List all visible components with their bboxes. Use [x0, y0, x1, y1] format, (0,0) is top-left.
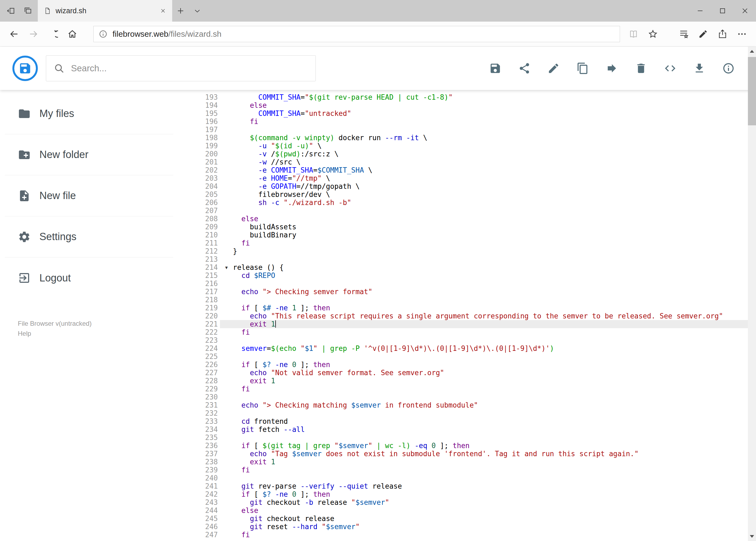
code-line[interactable]: 242 if [ $? -ne 0 ]; then: [178, 490, 756, 498]
search-input[interactable]: [71, 63, 308, 74]
code-line[interactable]: 235: [178, 433, 756, 442]
code-line[interactable]: 212}: [178, 247, 756, 255]
tab-close-icon[interactable]: [160, 8, 166, 14]
code-line[interactable]: 198 $(command -v winpty) docker run --rm…: [178, 134, 756, 142]
code-line[interactable]: 200 -v /$(pwd):/src:z \: [178, 150, 756, 158]
code-line[interactable]: 208 else: [178, 215, 756, 223]
forward-button[interactable]: [24, 22, 43, 46]
code-line[interactable]: 210 buildBinary: [178, 231, 756, 239]
raw-view-button[interactable]: [659, 55, 681, 81]
code-line[interactable]: 224 semver=$(echo "$1" | grep -P '^v(0|[…: [178, 344, 756, 352]
sidebar-item-my-files[interactable]: My files: [5, 93, 173, 134]
search-box[interactable]: [46, 55, 316, 81]
code-line[interactable]: 230: [178, 393, 756, 401]
code-line[interactable]: 219 if [ $# -ne 1 ]; then: [178, 304, 756, 312]
address-bar[interactable]: filebrowser.web/files/wizard.sh: [94, 26, 620, 42]
page-scrollbar[interactable]: [748, 47, 756, 541]
code-line[interactable]: 217 echo "> Checking semver format": [178, 287, 756, 296]
code-line[interactable]: 195 COMMIT_SHA="untracked": [178, 109, 756, 118]
code-line[interactable]: 218: [178, 296, 756, 304]
code-line[interactable]: 196 fi: [178, 118, 756, 126]
browser-tab[interactable]: wizard.sh: [38, 0, 172, 22]
code-line[interactable]: 228 exit 1: [178, 377, 756, 385]
scroll-up-arrow[interactable]: [748, 47, 756, 56]
code-line[interactable]: 206 sh -c "./wizard.sh -b": [178, 199, 756, 207]
minimize-button[interactable]: [689, 0, 711, 22]
filebrowser-logo[interactable]: [12, 56, 38, 81]
close-button[interactable]: [734, 0, 756, 22]
code-line[interactable]: 238 exit 1: [178, 458, 756, 466]
favorite-button[interactable]: [643, 22, 662, 46]
sidebar-item-settings[interactable]: Settings: [5, 216, 173, 258]
code-line[interactable]: 204 -e GOPATH=//tmp/gopath \: [178, 182, 756, 191]
code-line[interactable]: 226 if [ $? -ne 0 ]; then: [178, 360, 756, 369]
more-options-button[interactable]: [732, 22, 752, 46]
code-line[interactable]: 194 else: [178, 101, 756, 109]
code-line[interactable]: 241 git rev-parse --verify --quiet relea…: [178, 482, 756, 490]
tabs-set-aside-button[interactable]: [19, 0, 36, 22]
code-line[interactable]: 233 cd frontend: [178, 417, 756, 425]
back-button[interactable]: [4, 22, 24, 46]
home-button[interactable]: [63, 22, 82, 46]
code-line[interactable]: 222 fi: [178, 328, 756, 336]
help-link[interactable]: Help: [18, 328, 92, 338]
move-button[interactable]: [601, 55, 623, 81]
refresh-button[interactable]: [43, 22, 63, 46]
code-line[interactable]: 232: [178, 409, 756, 417]
code-line[interactable]: 231 echo "> Checking matching $semver in…: [178, 401, 756, 409]
download-button[interactable]: [688, 55, 711, 81]
code-line[interactable]: 229 fi: [178, 385, 756, 393]
code-line[interactable]: 225: [178, 352, 756, 360]
code-line[interactable]: 207: [178, 207, 756, 215]
sidebar-item-logout[interactable]: Logout: [5, 258, 173, 298]
code-line[interactable]: 216: [178, 279, 756, 287]
code-line[interactable]: 214▾release () {: [178, 264, 756, 271]
new-tab-button[interactable]: [172, 0, 189, 22]
code-line[interactable]: 209 buildAssets: [178, 223, 756, 231]
code-line[interactable]: 205 filebrowser/dev \: [178, 191, 756, 199]
sidebar-item-new-file[interactable]: New file: [5, 175, 173, 216]
delete-button[interactable]: [630, 55, 652, 81]
rename-button[interactable]: [542, 55, 565, 81]
scrollbar-thumb[interactable]: [748, 57, 756, 125]
code-line[interactable]: 211 fi: [178, 239, 756, 247]
share-button[interactable]: [513, 55, 536, 81]
code-line[interactable]: 247 fi: [178, 531, 756, 539]
code-line[interactable]: 239 fi: [178, 466, 756, 474]
code-line[interactable]: 202 -e COMMIT_SHA=$COMMIT_SHA \: [178, 166, 756, 174]
code-line[interactable]: 246 git reset --hard "$semver": [178, 523, 756, 531]
code-line[interactable]: 234 git fetch --all: [178, 425, 756, 433]
set-tabs-aside-button[interactable]: [3, 0, 19, 22]
code-line[interactable]: 197: [178, 126, 756, 134]
scroll-down-arrow[interactable]: [748, 532, 756, 541]
maximize-button[interactable]: [711, 0, 734, 22]
code-line[interactable]: 223: [178, 336, 756, 344]
code-line[interactable]: 201 -w //src \: [178, 158, 756, 166]
save-button[interactable]: [484, 55, 507, 81]
site-info-icon[interactable]: [99, 29, 108, 39]
code-line[interactable]: 245 git checkout release: [178, 515, 756, 523]
code-line[interactable]: 221 exit 1: [178, 320, 756, 328]
copy-button[interactable]: [571, 55, 594, 81]
sidebar-item-new-folder[interactable]: New folder: [5, 134, 173, 175]
code-line[interactable]: 213: [178, 255, 756, 264]
share-button[interactable]: [713, 22, 732, 46]
code-line[interactable]: 227 echo "Not valid semver format. See s…: [178, 369, 756, 377]
code-line[interactable]: 220 echo "This release script requires a…: [178, 312, 756, 320]
code-line[interactable]: 244 else: [178, 506, 756, 515]
fold-marker-icon[interactable]: ▾: [220, 264, 233, 271]
code-line[interactable]: 199 -u "$(id -u)" \: [178, 142, 756, 150]
web-notes-button[interactable]: [693, 22, 713, 46]
hub-button[interactable]: [674, 22, 693, 46]
info-button[interactable]: [717, 55, 740, 81]
tab-preview-toggle[interactable]: [189, 0, 206, 22]
code-line[interactable]: 240: [178, 474, 756, 482]
code-line[interactable]: 215 cd $REPO: [178, 271, 756, 279]
code-line[interactable]: 243 git checkout -b release "$semver": [178, 498, 756, 506]
code-line[interactable]: 237 echo "Tag $semver does not exist in …: [178, 450, 756, 458]
code-editor[interactable]: 193 COMMIT_SHA="$(git rev-parse HEAD | c…: [178, 90, 756, 541]
code-line[interactable]: 236 if [ $(git tag | grep "$semver" | wc…: [178, 442, 756, 450]
code-line[interactable]: 193 COMMIT_SHA="$(git rev-parse HEAD | c…: [178, 93, 756, 101]
code-line[interactable]: 203 -e HOME="//tmp" \: [178, 174, 756, 182]
reading-view-button[interactable]: [624, 22, 643, 46]
